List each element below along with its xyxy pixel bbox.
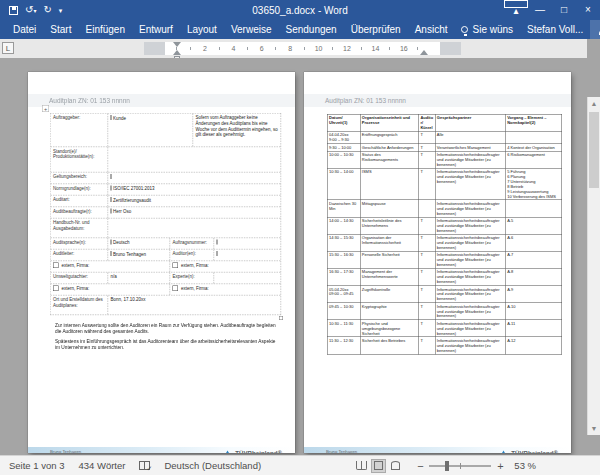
vertical-scrollbar[interactable]: ▲ ▼ bbox=[587, 97, 600, 435]
schedule-cell[interactable]: A.6 bbox=[505, 234, 561, 251]
schedule-cell[interactable]: 09:45 – 10:30 bbox=[327, 303, 360, 320]
schedule-cell[interactable]: Informationssicherheitsbeauftragter und … bbox=[435, 303, 505, 320]
schedule-cell[interactable]: A.10 bbox=[505, 303, 561, 320]
schedule-cell[interactable]: Informationssicherheitsbeauftragter und … bbox=[435, 234, 505, 251]
schedule-cell[interactable]: 5 Führung 6 Planung 7 Unterstützung 8 Be… bbox=[505, 168, 561, 200]
maximize-button[interactable]: □ bbox=[552, 0, 576, 20]
form-table-cell[interactable]: Bruno Tenhagen bbox=[108, 250, 170, 261]
zoom-slider-thumb[interactable] bbox=[445, 461, 449, 471]
redo-icon[interactable]: ↻ bbox=[43, 5, 51, 15]
schedule-cell[interactable]: Informationssicherheitsbeauftragter und … bbox=[435, 151, 505, 168]
schedule-cell[interactable]: Sicherheitsleitlinie des Unternehmens bbox=[360, 217, 419, 234]
ribbon-tab-start[interactable]: Start bbox=[43, 20, 78, 39]
form-table-cell[interactable]: Auditbeauftragte(r): bbox=[51, 207, 109, 218]
checkbox[interactable] bbox=[173, 263, 179, 269]
form-table-cell[interactable] bbox=[108, 173, 281, 184]
schedule-cell[interactable] bbox=[505, 200, 561, 217]
schedule-cell[interactable]: Management der Unternehmenswerte bbox=[360, 268, 419, 285]
close-button[interactable]: × bbox=[576, 0, 600, 20]
web-layout-icon[interactable] bbox=[388, 459, 403, 473]
form-table-cell[interactable]: Zertifizierungsaudit bbox=[108, 196, 281, 207]
schedule-cell[interactable]: 10:30 – 11:30 bbox=[327, 320, 360, 337]
horizontal-ruler[interactable]: 246810121416 bbox=[144, 42, 461, 55]
table-move-handle-icon[interactable]: + bbox=[42, 105, 49, 112]
schedule-cell[interactable]: A.11 bbox=[505, 320, 561, 337]
ribbon-tab-layout[interactable]: Layout bbox=[180, 20, 224, 39]
schedule-cell[interactable]: Informationssicherheitsbeauftragter und … bbox=[435, 217, 505, 234]
schedule-cell[interactable]: A.12 bbox=[505, 337, 561, 354]
schedule-cell[interactable]: 6 Risikomanagement bbox=[505, 151, 561, 168]
schedule-cell[interactable]: Informationssicherheitsbeauftragter und … bbox=[435, 337, 505, 354]
form-table-cell[interactable]: Auditsprache(n): bbox=[51, 238, 109, 249]
schedule-cell[interactable]: T bbox=[419, 144, 435, 151]
schedule-cell[interactable]: T bbox=[419, 337, 435, 354]
form-table-cell[interactable]: extern, Firma: bbox=[51, 261, 171, 272]
schedule-cell[interactable]: ISMS bbox=[360, 168, 419, 200]
form-table-cell[interactable]: n/a bbox=[108, 273, 170, 284]
form-table-cell[interactable]: Normgrundlage(n): bbox=[51, 184, 109, 195]
form-table-cell[interactable]: Auftraggeber: bbox=[51, 114, 109, 147]
form-table-cell[interactable]: Umweltgutachter: bbox=[51, 273, 109, 284]
checkbox[interactable] bbox=[53, 263, 59, 269]
schedule-cell[interactable]: A.7 bbox=[505, 251, 561, 268]
checkbox[interactable] bbox=[53, 286, 59, 292]
schedule-cell[interactable]: 10:30 – 14:00 bbox=[327, 168, 360, 200]
schedule-cell[interactable]: T bbox=[419, 320, 435, 337]
schedule-cell[interactable]: 9:30 – 10:00 bbox=[327, 144, 360, 151]
form-table-cell[interactable]: Ort und Erstelldatum des Auditplanes: bbox=[51, 296, 109, 315]
table-resize-handle-icon[interactable] bbox=[279, 316, 283, 320]
form-table-cell[interactable]: extern, Firma: bbox=[51, 284, 171, 295]
schedule-cell[interactable]: 10:00 – 10:30 bbox=[327, 151, 360, 168]
qat-customize-icon[interactable]: ▾ bbox=[59, 7, 63, 14]
schedule-cell[interactable]: Mittagspause bbox=[360, 200, 419, 217]
zoom-out-icon[interactable]: − bbox=[414, 460, 426, 472]
ribbon-tab-ansicht[interactable]: Ansicht bbox=[408, 20, 455, 39]
right-indent-marker[interactable] bbox=[420, 50, 428, 55]
checkbox[interactable] bbox=[173, 286, 179, 292]
form-table-cell[interactable]: Standort(e)/ Produktionsstätte(n): bbox=[51, 147, 109, 172]
form-table-cell[interactable]: extern, Firma: bbox=[170, 284, 280, 295]
ribbon-tab-sendungen[interactable]: Sendungen bbox=[278, 20, 343, 39]
scrollbar-thumb[interactable] bbox=[589, 112, 599, 188]
form-table-cell[interactable]: Herr Oso bbox=[108, 207, 281, 218]
schedule-cell[interactable]: 11:30 – 12:30 bbox=[327, 337, 360, 354]
ruler-active-area[interactable]: 246810121416 bbox=[165, 42, 440, 55]
schedule-cell[interactable]: 14:30 – 15:30 bbox=[327, 234, 360, 251]
schedule-cell[interactable]: Informationssicherheitsbeauftragter und … bbox=[435, 286, 505, 303]
schedule-cell[interactable]: Organisation der Informationssicherheit bbox=[360, 234, 419, 251]
form-table-cell[interactable] bbox=[108, 219, 281, 238]
form-table-cell[interactable]: Auditart: bbox=[51, 196, 109, 207]
form-table-cell[interactable]: Kunde bbox=[108, 114, 193, 147]
form-table-cell[interactable]: Deutsch bbox=[108, 238, 170, 249]
schedule-cell[interactable]: Kryptographie bbox=[360, 303, 419, 320]
form-table-cell[interactable]: Experte(n): bbox=[170, 273, 214, 284]
ribbon-tab-einfügen[interactable]: Einfügen bbox=[78, 20, 131, 39]
schedule-cell[interactable]: A.9 bbox=[505, 286, 561, 303]
scroll-up-icon[interactable]: ▲ bbox=[588, 97, 600, 110]
form-table-cell[interactable]: Auftragsnummer: bbox=[170, 238, 214, 249]
schedule-cell[interactable]: 16:30 – 17:30 bbox=[327, 268, 360, 285]
ribbon-tab-datei[interactable]: Datei bbox=[6, 20, 43, 39]
schedule-cell[interactable]: Geschäftliche Anforderungen bbox=[360, 144, 419, 151]
form-table-cell[interactable]: Sofern vom Auftraggeber keine Änderungen… bbox=[193, 114, 280, 147]
read-mode-icon[interactable] bbox=[354, 459, 369, 473]
schedule-cell[interactable]: T bbox=[419, 286, 435, 303]
schedule-cell[interactable] bbox=[419, 200, 435, 217]
body-paragraph[interactable]: Zur internen Auswertung sollte den Audit… bbox=[55, 322, 277, 334]
schedule-header-cell[interactable]: Datum/ Uhrzeit(1) bbox=[327, 114, 360, 131]
form-table-cell[interactable]: Bonn, 17.10.20xx bbox=[108, 296, 281, 315]
form-table-cell[interactable]: Handbuch-Nr. und Ausgabedatum: bbox=[51, 219, 109, 238]
form-table-cell[interactable]: ISO/IEC 27001:2013 bbox=[108, 184, 281, 195]
document-page-2[interactable]: Auditplan ZN: 01 153 nnnnn Datum/ Uhrzei… bbox=[304, 72, 571, 453]
schedule-cell[interactable]: T bbox=[419, 234, 435, 251]
schedule-cell[interactable]: Eröffnungsgespräch bbox=[360, 131, 419, 143]
schedule-header-cell[interactable]: Organisationseinheit und Prozesse bbox=[360, 114, 419, 131]
schedule-cell[interactable]: Informationssicherheitsbeauftragter und … bbox=[435, 251, 505, 268]
schedule-cell[interactable]: 15:30 – 16:30 bbox=[327, 251, 360, 268]
account-name[interactable]: Stefan Voll... bbox=[520, 24, 590, 35]
save-icon[interactable] bbox=[9, 6, 18, 15]
zoom-slider-track[interactable] bbox=[429, 465, 491, 467]
schedule-cell[interactable]: T bbox=[419, 131, 435, 143]
schedule-cell[interactable]: Dazwischen 30 Min bbox=[327, 200, 360, 217]
form-table-cell[interactable] bbox=[214, 250, 281, 261]
